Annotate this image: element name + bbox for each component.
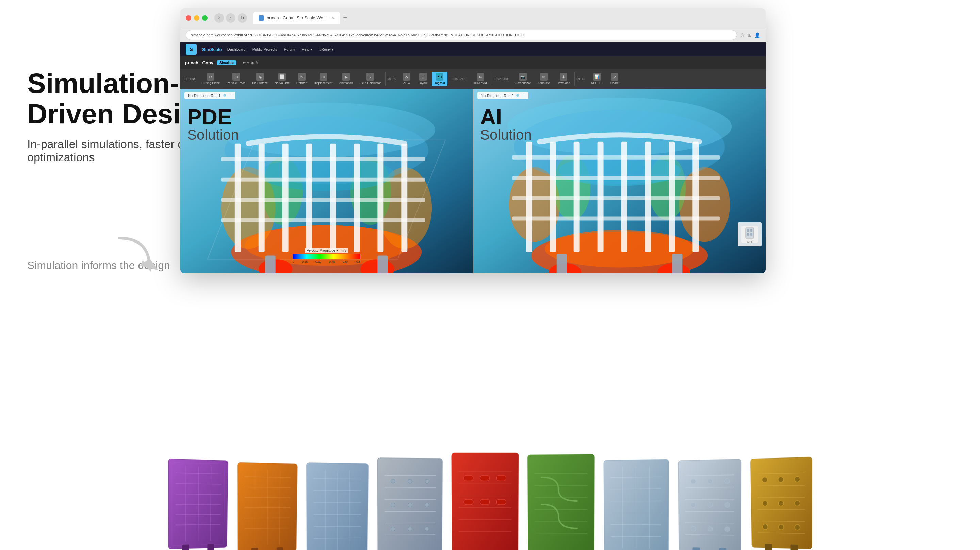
displacement-tool[interactable]: ⇥ Displacement <box>311 72 336 86</box>
annotate-tool[interactable]: ✏ Annotate <box>535 72 553 86</box>
active-tab[interactable]: punch - Copy | SimScale Wo... ✕ <box>253 11 340 24</box>
tab-favicon <box>259 15 264 21</box>
svg-point-178 <box>778 477 783 482</box>
traffic-lights <box>186 15 208 21</box>
svg-rect-52 <box>557 254 567 273</box>
rotated-label: Rotated <box>296 81 307 85</box>
browser-tab-bar: ‹ › ↻ punch - Copy | SimScale Wo... ✕ + <box>180 8 765 28</box>
orientation-widget[interactable]: Cr-Z <box>738 223 762 246</box>
svg-point-105 <box>391 479 395 483</box>
svg-rect-131 <box>527 455 595 550</box>
tick-0: 0 <box>293 260 294 263</box>
nav-forum[interactable]: Forum <box>284 47 295 52</box>
extension-icon[interactable]: ⊞ <box>748 32 752 38</box>
address-bar[interactable]: simscale.com/workbench/?pid=747706591340… <box>186 30 737 40</box>
screenshot-label: Screenshot <box>515 81 531 85</box>
svg-line-155 <box>685 499 734 500</box>
svg-point-108 <box>391 503 395 507</box>
cutting-plane-tool[interactable]: ✂ Cutting Plane <box>199 72 223 86</box>
download-tool[interactable]: ⬇ Download <box>554 72 573 86</box>
share-tool[interactable]: ↗ Share <box>607 72 622 86</box>
svg-point-110 <box>425 503 429 507</box>
new-tab-button[interactable]: + <box>341 14 350 22</box>
field-calculator-label: Field Calculator <box>360 81 381 85</box>
no-volume-icon: ⬜ <box>278 73 286 81</box>
rotated-tool[interactable]: ↻ Rotated <box>294 72 310 86</box>
svg-point-185 <box>795 525 800 530</box>
nav-user[interactable]: #Reiny ▾ <box>319 47 334 52</box>
ai-panel: No-Dimples - Run 2 ⚙ ⋯ AI Solution <box>473 89 765 273</box>
address-text: simscale.com/workbench/?pid=747706591340… <box>191 33 525 37</box>
minimize-button[interactable] <box>194 15 199 21</box>
viewer-area: No-Dimples - Run 1 ⚙ ⋯ PDE Solution <box>180 89 765 273</box>
colormap-label: Velocity Magnitude ▾ m/s <box>305 248 348 253</box>
design-card-red <box>448 449 522 550</box>
simulate-badge[interactable]: Simulate <box>217 60 237 65</box>
close-button[interactable] <box>186 15 191 21</box>
svg-point-182 <box>794 501 800 506</box>
capture-section: CAPTURE <box>492 72 511 86</box>
bookmark-icon[interactable]: ☆ <box>740 32 745 38</box>
ai-panel-settings[interactable]: ⋯ <box>521 93 525 98</box>
tab-close-icon[interactable]: ✕ <box>331 16 334 21</box>
tags-tool[interactable]: 🏷 Tags/UI <box>432 72 448 86</box>
nav-public-projects[interactable]: Public Projects <box>253 47 277 52</box>
iso-surface-tool[interactable]: ◈ Iso Surface <box>250 72 270 86</box>
svg-point-111 <box>391 527 395 531</box>
back-button[interactable]: ‹ <box>215 13 224 23</box>
screenshot-icon: 📷 <box>519 73 527 81</box>
svg-rect-50 <box>512 196 720 200</box>
design-card-light-blue <box>303 459 372 550</box>
svg-line-137 <box>535 533 587 533</box>
svg-rect-84 <box>251 548 258 550</box>
svg-point-112 <box>408 527 412 531</box>
design-card-purple <box>165 455 231 550</box>
svg-rect-53 <box>672 254 682 273</box>
layout-tool[interactable]: ⊞ Layout <box>415 72 430 86</box>
design-card-light-gray <box>675 455 745 550</box>
maximize-button[interactable] <box>202 15 208 21</box>
tags-icon: 🏷 <box>436 73 443 81</box>
field-calculator-tool[interactable]: ∑ Field Calculator <box>357 72 384 86</box>
svg-point-162 <box>691 503 695 507</box>
svg-rect-125 <box>496 475 506 481</box>
no-volume-tool[interactable]: ⬜ No Volume <box>272 72 292 86</box>
svg-rect-128 <box>496 499 506 505</box>
result-tool[interactable]: 📊 RESULT <box>588 72 606 86</box>
svg-point-181 <box>778 501 783 506</box>
svg-point-113 <box>425 527 429 531</box>
svg-rect-26 <box>266 256 275 273</box>
compare-tool[interactable]: ⇔ COMPARE <box>470 72 491 86</box>
screenshot-tool[interactable]: 📷 Screenshot <box>512 72 533 86</box>
result-icon: 📊 <box>593 73 601 81</box>
colormap-bar: Velocity Magnitude ▾ m/s 0 0.16 0.32 0.4… <box>293 248 361 263</box>
svg-line-99 <box>384 475 436 475</box>
ai-run-label: No-Dimples - Run 2 <box>481 94 514 98</box>
animation-tool[interactable]: ▶ Animation <box>337 72 356 86</box>
particle-trace-tool[interactable]: ⊙ Particle Trace <box>224 72 248 86</box>
download-label: Download <box>557 81 570 85</box>
profile-icon[interactable]: 👤 <box>754 32 760 38</box>
svg-rect-85 <box>276 547 283 550</box>
annotate-icon: ✏ <box>540 73 547 81</box>
svg-rect-55 <box>746 227 754 238</box>
svg-point-177 <box>762 477 767 482</box>
view-tool[interactable]: 👁 VIEW <box>399 72 414 86</box>
forward-button[interactable]: › <box>226 13 235 23</box>
pde-run-label: No-Dimples - Run 1 <box>188 94 221 98</box>
svg-point-161 <box>725 478 730 483</box>
svg-point-180 <box>762 501 768 506</box>
pde-panel-settings[interactable]: ⋯ <box>228 93 232 98</box>
result-label: RESULT <box>591 81 603 85</box>
pde-type: PDE <box>187 106 239 128</box>
svg-point-167 <box>725 526 730 531</box>
svg-rect-59 <box>750 233 752 236</box>
project-title: punch - Copy <box>185 60 213 65</box>
nav-help[interactable]: Help ▾ <box>301 47 312 52</box>
svg-point-159 <box>691 479 695 484</box>
share-icon: ↗ <box>611 73 618 81</box>
svg-rect-73 <box>207 544 214 550</box>
refresh-button[interactable]: ↻ <box>237 13 247 23</box>
nav-dashboard[interactable]: Dashboard <box>227 47 246 52</box>
svg-rect-127 <box>480 499 489 505</box>
